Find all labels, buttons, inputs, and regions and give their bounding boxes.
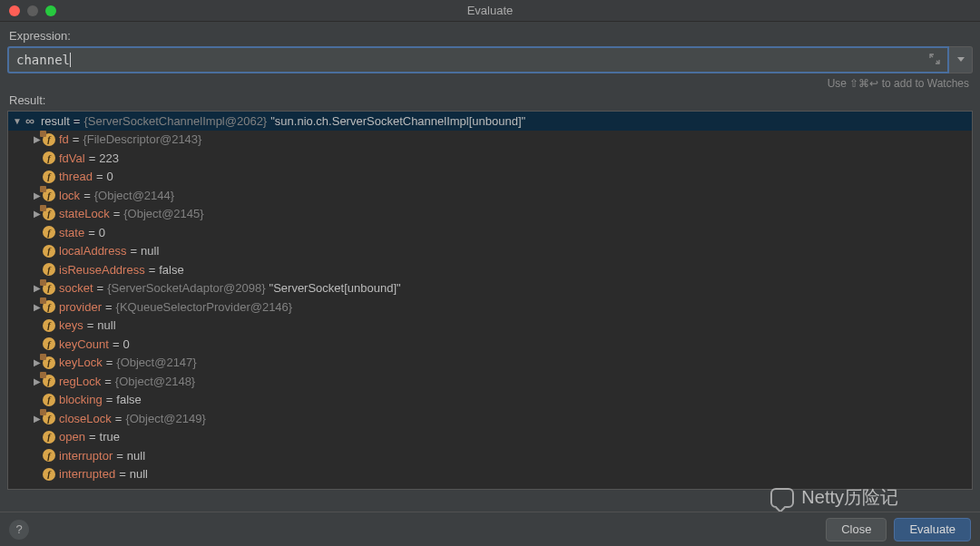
field-icon xyxy=(43,337,55,350)
field-value: "ServerSocket[unbound]" xyxy=(270,281,401,295)
footer: ? Close Evaluate xyxy=(0,512,980,546)
field-icon xyxy=(43,208,55,220)
field-name: keyLock xyxy=(59,356,103,369)
field-value: null xyxy=(97,318,115,332)
field-icon xyxy=(43,282,55,295)
maximize-window-button[interactable] xyxy=(45,5,56,16)
field-name: thread xyxy=(59,170,93,183)
field-icon xyxy=(43,375,55,387)
field-name: closeLock xyxy=(59,412,112,425)
field-icon xyxy=(43,394,55,406)
tree-row[interactable]: ▶lock={Object@2144} xyxy=(8,186,972,205)
field-icon xyxy=(43,300,55,313)
field-name: fd xyxy=(59,132,69,146)
field-name: socket xyxy=(59,281,93,295)
field-name: result xyxy=(41,114,70,128)
field-value: false xyxy=(116,393,141,406)
field-icon xyxy=(43,356,55,369)
field-icon xyxy=(43,449,55,462)
field-name: regLock xyxy=(59,375,101,388)
tree-row[interactable]: ▶stateLock={Object@2145} xyxy=(8,205,972,224)
field-name: blocking xyxy=(59,393,103,406)
field-name: state xyxy=(59,226,84,239)
tree-row[interactable]: ▶keyLock={Object@2147} xyxy=(8,354,972,373)
tree-row[interactable]: localAddress=null xyxy=(8,242,972,261)
lock-icon xyxy=(40,131,46,137)
field-name: keys xyxy=(59,318,83,332)
lock-icon xyxy=(40,279,46,286)
field-value: 223 xyxy=(99,151,119,165)
expression-input[interactable]: channel xyxy=(7,46,949,73)
field-name: interruptor xyxy=(59,449,113,463)
field-icon xyxy=(43,151,55,164)
tree-row[interactable]: ▶provider={KQueueSelectorProvider@2146} xyxy=(8,297,972,317)
field-value: 0 xyxy=(106,170,113,183)
field-type: {Object@2148} xyxy=(115,375,195,388)
minimize-window-button[interactable] xyxy=(27,5,38,16)
add-to-watches-hint: Use ⇧⌘↩ to add to Watches xyxy=(0,73,980,92)
field-type: {FileDescriptor@2143} xyxy=(83,132,201,146)
field-value: null xyxy=(130,467,148,481)
tree-row[interactable]: interrupted=null xyxy=(8,465,972,484)
field-name: interrupted xyxy=(59,467,115,481)
help-button[interactable]: ? xyxy=(9,520,29,540)
field-type: {Object@2147} xyxy=(116,356,196,369)
tree-row[interactable]: open=true xyxy=(8,428,972,447)
tree-row[interactable]: ▶socket={ServerSocketAdaptor@2098}"Serve… xyxy=(8,279,972,298)
field-icon xyxy=(43,468,55,481)
field-name: keyCount xyxy=(59,337,109,351)
lock-icon xyxy=(40,205,46,211)
tree-row[interactable]: fdVal=223 xyxy=(8,149,972,168)
result-icon: ∞ xyxy=(23,114,37,127)
field-name: localAddress xyxy=(59,244,126,258)
field-name: fdVal xyxy=(59,151,85,165)
field-value: null xyxy=(141,244,159,258)
tree-row[interactable]: keys=null xyxy=(8,317,972,336)
field-name: stateLock xyxy=(59,207,110,220)
field-string: "sun.nio.ch.ServerSocketChannelImpl[unbo… xyxy=(270,114,525,128)
tree-row[interactable]: ▶regLock={Object@2148} xyxy=(8,372,972,391)
field-type: {Object@2144} xyxy=(94,189,174,202)
field-icon xyxy=(43,319,55,332)
tree-row[interactable]: thread=0 xyxy=(8,168,972,187)
lock-icon xyxy=(40,409,46,415)
tree-row[interactable]: interruptor=null xyxy=(8,446,972,465)
field-type: {Object@2145} xyxy=(123,207,203,220)
field-value: 0 xyxy=(123,337,130,351)
field-value: false xyxy=(159,263,183,277)
field-type: {KQueueSelectorProvider@2146} xyxy=(116,300,293,314)
field-type: {ServerSocketAdaptor@2098} xyxy=(107,281,265,295)
field-value: 0 xyxy=(99,226,105,239)
tree-row[interactable]: keyCount=0 xyxy=(8,335,972,354)
result-panel: ▼ ∞ result = {ServerSocketChannelImpl@20… xyxy=(7,111,973,490)
wechat-icon xyxy=(770,488,794,508)
window-controls xyxy=(0,5,56,16)
tree-row[interactable]: blocking=false xyxy=(8,391,972,410)
lock-icon xyxy=(40,372,46,378)
expression-history-dropdown[interactable] xyxy=(949,46,973,73)
tree-row[interactable]: ▶closeLock={Object@2149} xyxy=(8,409,972,428)
result-label: Result: xyxy=(0,92,980,111)
field-value: null xyxy=(127,449,145,463)
titlebar: Evaluate xyxy=(0,0,980,22)
expression-text: channel xyxy=(16,53,70,67)
close-button[interactable]: Close xyxy=(826,518,887,541)
tree-row[interactable]: state=0 xyxy=(8,223,972,242)
field-icon xyxy=(43,263,55,276)
close-window-button[interactable] xyxy=(9,5,20,16)
tree-row[interactable]: isReuseAddress=false xyxy=(8,260,972,279)
field-icon xyxy=(43,412,55,424)
tree-row-root[interactable]: ▼ ∞ result = {ServerSocketChannelImpl@20… xyxy=(8,112,972,131)
field-icon xyxy=(43,245,55,258)
field-value: true xyxy=(100,430,120,444)
field-icon xyxy=(43,431,55,444)
field-type: {Object@2149} xyxy=(125,412,205,425)
expand-icon[interactable] xyxy=(929,54,940,67)
text-caret xyxy=(70,53,71,67)
tree-row[interactable]: ▶fd={FileDescriptor@2143} xyxy=(8,131,972,150)
field-icon xyxy=(43,133,55,146)
chevron-down-icon[interactable]: ▼ xyxy=(12,116,23,126)
evaluate-button[interactable]: Evaluate xyxy=(894,518,971,541)
field-icon xyxy=(43,226,55,239)
lock-icon xyxy=(40,354,46,360)
